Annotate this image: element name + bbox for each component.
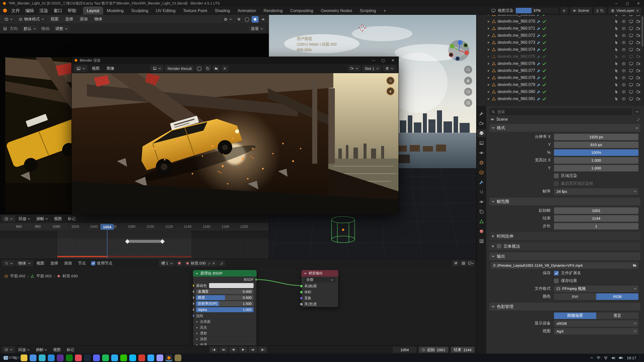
render-view-dropdown[interactable] — [348, 65, 361, 72]
menu-keying[interactable]: 插帧 — [33, 346, 50, 354]
outliner-item[interactable]: desirefx.me_960.070 — [477, 18, 644, 25]
properties-tab-output[interactable] — [477, 129, 486, 137]
taskbar-app-icon[interactable] — [30, 354, 36, 361]
properties-tab-data[interactable] — [477, 218, 486, 225]
taskbar-app-icon[interactable] — [21, 354, 27, 361]
workspace-tab-sculpting[interactable]: Sculpting — [128, 7, 152, 15]
properties-tab-constraints[interactable] — [477, 208, 486, 215]
menu-help[interactable]: 帮助 — [65, 7, 79, 15]
overlays-toggle[interactable] — [460, 260, 467, 266]
use-nodes-checkbox[interactable] — [91, 261, 95, 265]
frame-end-field[interactable]: 1144 — [554, 215, 638, 222]
menu-playback[interactable]: 回放 — [16, 346, 32, 354]
transform-orientation-dropdown[interactable] — [221, 16, 234, 23]
properties-tab-world[interactable] — [477, 159, 486, 166]
tray-expand-icon[interactable] — [590, 357, 593, 359]
taskbar-app-icon[interactable] — [175, 354, 181, 361]
node-canvas[interactable]: 平面.002 › 平面.002 › 材质.030 原理化 BSDF BSDF 基… — [0, 267, 476, 346]
material-slot-dropdown[interactable]: 槽 1 — [159, 260, 175, 266]
taskbar-app-icon-blender[interactable] — [166, 354, 172, 361]
menu-view[interactable]: 视图 — [51, 214, 65, 223]
resolution-y-field[interactable]: 810 px — [554, 142, 638, 148]
play-reverse-button[interactable] — [229, 347, 238, 353]
pin-button[interactable] — [218, 260, 225, 266]
outliner-item[interactable]: desirefx.me_960.081 — [477, 95, 644, 102]
file-format-dropdown[interactable]: FFmpeg 视频 — [554, 286, 638, 292]
outliner-item[interactable]: desirefx.me_960.077 — [477, 67, 644, 74]
browse-material-button[interactable] — [176, 260, 183, 266]
editor-type-button[interactable] — [2, 260, 15, 266]
menu-view[interactable]: 视图 — [48, 15, 61, 24]
taskbar-app-icon[interactable] — [84, 354, 91, 361]
properties-tab-texture[interactable] — [477, 237, 486, 245]
volume-icon[interactable] — [611, 356, 615, 360]
playhead-line[interactable] — [107, 230, 107, 259]
menu-marker[interactable]: 标记 — [64, 346, 77, 354]
frame-step-field[interactable]: 1 — [554, 223, 638, 230]
taskbar-app-icon[interactable] — [93, 354, 100, 361]
keyframe-hold-bar[interactable] — [127, 240, 162, 243]
jump-to-start-button[interactable] — [210, 347, 218, 353]
menu-object[interactable]: 物体 — [92, 15, 105, 24]
snap-toggle[interactable] — [235, 16, 243, 23]
play-button[interactable] — [239, 347, 248, 353]
workspace-tab-modeling[interactable]: Modeling — [103, 7, 128, 15]
bsdf-section[interactable]: 透射 — [193, 330, 257, 336]
display-device-dropdown[interactable]: sRGB — [554, 320, 638, 327]
bsdf-section[interactable]: 涂层 — [193, 336, 257, 342]
editor-type-button[interactable] — [2, 215, 15, 222]
menu-node[interactable]: 节点 — [75, 259, 89, 267]
editor-type-button[interactable] — [74, 65, 88, 72]
ime-indicator[interactable]: 中 — [597, 356, 600, 360]
wifi-icon[interactable] — [604, 356, 608, 360]
outliner-item[interactable]: desirefx.me_960.069 — [477, 15, 644, 18]
zoom-badge[interactable] — [386, 77, 394, 85]
workspace-tab-uv-editing[interactable]: UV Editing — [152, 7, 179, 15]
shading-options-button[interactable] — [467, 260, 474, 266]
taskbar-app-icon[interactable] — [66, 354, 73, 361]
scene-users-button[interactable]: 2 — [594, 7, 606, 14]
follow-scene-button[interactable]: 跟随场景 — [554, 312, 596, 319]
taskbar-app-icon[interactable] — [147, 354, 154, 361]
zoom-tool-icon[interactable] — [464, 66, 472, 74]
render-close-button[interactable]: ✕ — [391, 58, 394, 62]
cache-result-checkbox[interactable] — [554, 279, 559, 283]
mode-dropdown[interactable]: 物体模式 — [16, 16, 47, 23]
shader-type-dropdown[interactable]: 物体 — [16, 260, 33, 266]
aspect-x-field[interactable]: 1.000 — [554, 157, 638, 164]
material-output-node[interactable]: 材质输出 全部 表(曲)面 体积 置换 厚(宽)度 — [301, 270, 338, 307]
section-format[interactable]: 格式 ≡ — [489, 124, 640, 132]
current-frame-field[interactable]: 1054 — [393, 347, 416, 353]
section-color-management[interactable]: 色彩管理 — [489, 303, 640, 310]
editor-type-button[interactable] — [2, 346, 15, 353]
bsdf-section[interactable]: 光泽 — [193, 342, 257, 346]
taskbar-app-icon[interactable] — [48, 354, 55, 361]
render-pass-dropdown[interactable] — [383, 65, 396, 72]
fps-dropdown[interactable]: 24 fps — [554, 188, 638, 195]
outliner-item[interactable]: desirefx.me_960.080 — [477, 88, 644, 95]
taskbar-app-icon[interactable] — [57, 354, 64, 361]
taskbar-app-icon[interactable] — [138, 354, 145, 361]
taskbar-app-icon[interactable] — [120, 354, 127, 361]
output-target-dropdown[interactable]: 全部 — [304, 277, 335, 282]
add-workspace-button[interactable]: + — [380, 7, 390, 15]
workspace-tab-layout[interactable]: Layout — [83, 7, 103, 15]
menu-add[interactable]: 添加 — [77, 15, 91, 24]
output-path-field[interactable]: //..\Preview_Layout\1001-1144_V8_Dynamic… — [491, 262, 638, 269]
properties-tab-material[interactable] — [477, 228, 486, 235]
outliner-scrollbar[interactable] — [641, 16, 643, 47]
override-button[interactable]: 覆盖 — [596, 312, 638, 319]
metallic-slider[interactable]: 金属度0.000 — [196, 289, 254, 294]
render-maximize-button[interactable]: ▢ — [381, 58, 385, 62]
frame-start-field[interactable]: 起始1001 — [419, 347, 448, 353]
editor-type-button[interactable] — [2, 16, 15, 23]
properties-tab-physics[interactable] — [477, 198, 486, 206]
stereoscopy-checkbox[interactable] — [497, 244, 501, 248]
toggle-grid-icon[interactable] — [464, 99, 472, 107]
menu-keying[interactable]: 插帧 — [33, 214, 51, 223]
viewport-shading-rendered[interactable] — [252, 16, 259, 23]
image-datablock-field[interactable]: Render Result — [165, 65, 194, 72]
workspace-tab-compositing[interactable]: Compositing — [287, 7, 317, 15]
workspace-tab-animation[interactable]: Animation — [234, 7, 260, 15]
window-minimize-button[interactable]: ─ — [611, 0, 622, 7]
